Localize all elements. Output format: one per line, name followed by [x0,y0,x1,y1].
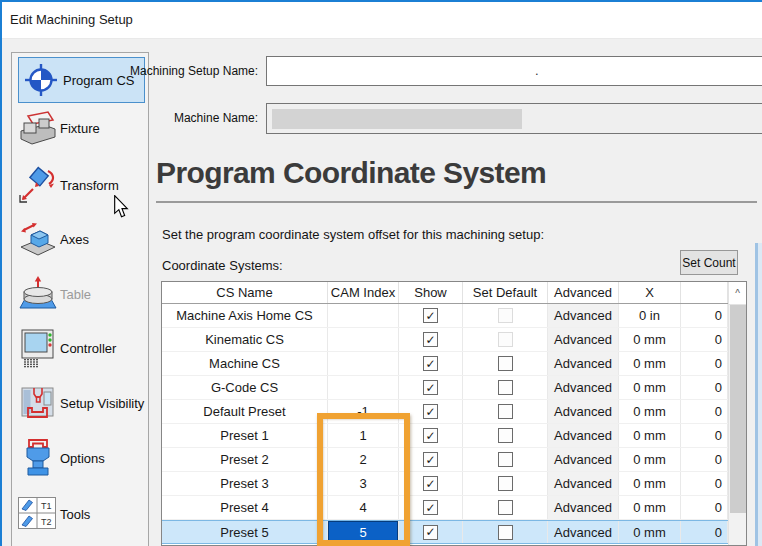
x-offset-cell[interactable]: 0 mm [619,424,681,447]
table-row[interactable]: Preset 11✓Advanced0 mm0 [162,424,746,448]
scroll-up-button[interactable]: ^ [729,282,746,305]
clipped-value-cell[interactable]: 0 [681,352,728,375]
set-default-cell [463,424,548,447]
table-row[interactable]: Preset 33✓Advanced0 mm0 [162,472,746,496]
advanced-cell[interactable]: Advanced [548,376,619,399]
mouse-cursor-icon [113,195,129,219]
cs-name-cell[interactable]: Preset 2 [162,448,328,471]
show-checkbox[interactable]: ✓ [423,356,438,371]
x-offset-cell[interactable]: 0 mm [619,472,681,495]
table-row[interactable]: Preset 22✓Advanced0 mm0 [162,448,746,472]
column-header-clipped [681,282,728,303]
sidebar-item-table: Table [16,271,148,317]
cs-name-cell[interactable]: G-Code CS [162,376,328,399]
set-default-checkbox[interactable] [498,525,513,540]
clipped-value-cell[interactable]: 0 [681,328,728,351]
show-checkbox[interactable]: ✓ [423,380,438,395]
machine-name-redaction [272,109,522,129]
x-offset-cell[interactable]: 0 mm [619,496,681,519]
x-offset-cell[interactable]: 0 mm [619,328,681,351]
set-default-cell [463,304,548,327]
sidebar-item-options[interactable]: Options [16,435,148,481]
cam-index-cell[interactable] [328,304,399,327]
clipped-value-cell[interactable]: 0 [681,376,728,399]
cs-name-cell[interactable]: Preset 5 [162,521,328,543]
clipped-value-cell[interactable]: 0 [681,448,728,471]
set-default-checkbox[interactable] [498,356,513,371]
sidebar-item-program-cs[interactable]: Program CS [18,57,145,103]
show-checkbox[interactable]: ✓ [423,500,438,515]
window-title: Edit Machining Setup [10,12,133,27]
advanced-cell[interactable]: Advanced [548,400,619,423]
clipped-value-cell[interactable]: 0 [681,521,728,543]
x-offset-cell[interactable]: 0 mm [619,400,681,423]
advanced-cell[interactable]: Advanced [548,521,619,543]
cam-index-cell[interactable] [328,376,399,399]
set-default-cell [463,328,548,351]
set-default-checkbox[interactable] [498,500,513,515]
advanced-cell[interactable]: Advanced [548,424,619,447]
table-row[interactable]: Preset 44✓Advanced0 mm0 [162,496,746,520]
sidebar-item-fixture[interactable]: Fixture [16,105,148,151]
set-default-checkbox[interactable] [498,428,513,443]
x-offset-cell[interactable]: 0 in [619,304,681,327]
show-cell: ✓ [399,376,463,399]
set-default-checkbox[interactable] [498,380,513,395]
set-count-button[interactable]: Set Count [680,250,738,275]
advanced-cell[interactable]: Advanced [548,448,619,471]
clipped-value-cell[interactable]: 0 [681,424,728,447]
scrollbar-thumb[interactable] [730,305,746,513]
sidebar-item-controller[interactable]: Controller [16,325,148,371]
clipped-value-cell[interactable]: 0 [681,472,728,495]
advanced-cell[interactable]: Advanced [548,352,619,375]
svg-text:T2: T2 [41,517,52,527]
show-checkbox[interactable]: ✓ [423,404,438,419]
x-offset-cell[interactable]: 0 mm [619,448,681,471]
cs-name-cell[interactable]: Kinematic CS [162,328,328,351]
set-default-checkbox[interactable] [498,404,513,419]
column-header-show: Show [399,282,463,303]
cam-index-cell[interactable] [328,352,399,375]
sidebar-item-axes[interactable]: Axes [16,216,148,262]
table-row[interactable]: Kinematic CS✓Advanced0 mm0 [162,328,746,352]
rotary-table-icon [16,275,60,313]
cs-name-cell[interactable]: Machine CS [162,352,328,375]
advanced-cell[interactable]: Advanced [548,304,619,327]
clipped-value-cell[interactable]: 0 [681,400,728,423]
set-default-cell [463,400,548,423]
cs-name-cell[interactable]: Preset 1 [162,424,328,447]
setup-name-input[interactable]: . [266,56,762,86]
sidebar-item-label: Transform [60,178,119,193]
table-row[interactable]: Default Preset-1✓Advanced0 mm0 [162,400,746,424]
x-offset-cell[interactable]: 0 mm [619,376,681,399]
show-checkbox[interactable]: ✓ [423,332,438,347]
cs-name-cell[interactable]: Default Preset [162,400,328,423]
cs-name-cell[interactable]: Preset 4 [162,496,328,519]
advanced-cell[interactable]: Advanced [548,328,619,351]
show-checkbox[interactable]: ✓ [423,308,438,323]
advanced-cell[interactable]: Advanced [548,496,619,519]
cs-name-cell[interactable]: Preset 3 [162,472,328,495]
show-checkbox[interactable]: ✓ [423,525,438,540]
x-offset-cell[interactable]: 0 mm [619,352,681,375]
set-default-checkbox[interactable] [498,476,513,491]
cs-name-cell[interactable]: Machine Axis Home CS [162,304,328,327]
clipped-value-cell[interactable]: 0 [681,496,728,519]
svg-text:T1: T1 [41,501,52,511]
show-checkbox[interactable]: ✓ [423,476,438,491]
set-default-checkbox[interactable] [498,452,513,467]
sidebar-panel: Program CS Fixture Transform Axes Table … [11,52,149,546]
sidebar-item-tools[interactable]: T1 T2Tools [16,491,148,537]
show-checkbox[interactable]: ✓ [423,428,438,443]
clipped-value-cell[interactable]: 0 [681,304,728,327]
sidebar-item-setup-visibility[interactable]: Setup Visibility [16,380,148,426]
table-row[interactable]: G-Code CS✓Advanced0 mm0 [162,376,746,400]
table-row[interactable]: Preset 55✓Advanced0 mm0 [162,520,746,544]
table-row[interactable]: Machine CS✓Advanced0 mm0 [162,352,746,376]
cam-index-cell[interactable] [328,328,399,351]
show-checkbox[interactable]: ✓ [423,452,438,467]
x-offset-cell[interactable]: 0 mm [619,521,681,543]
table-row[interactable]: Machine Axis Home CS✓Advanced0 in0 [162,304,746,328]
advanced-cell[interactable]: Advanced [548,472,619,495]
vertical-scrollbar[interactable]: ^ [728,282,746,545]
